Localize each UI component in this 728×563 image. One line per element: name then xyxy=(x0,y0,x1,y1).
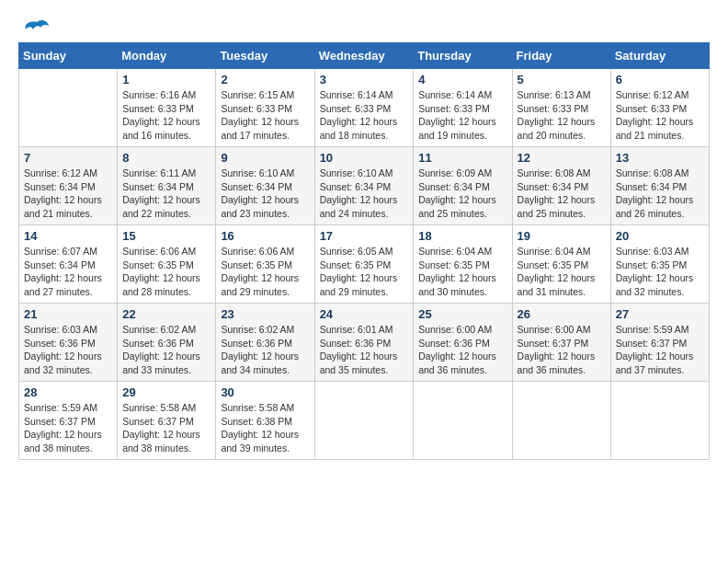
day-number: 21 xyxy=(24,307,112,321)
day-number: 6 xyxy=(616,73,704,86)
day-number: 18 xyxy=(418,229,506,243)
calendar-cell: 28Sunrise: 5:59 AMSunset: 6:37 PMDayligh… xyxy=(19,382,118,460)
calendar-cell: 10Sunrise: 6:10 AMSunset: 6:34 PMDayligh… xyxy=(314,147,414,225)
calendar-cell: 4Sunrise: 6:14 AMSunset: 6:33 PMDaylight… xyxy=(414,69,512,147)
weekday-header-monday: Monday xyxy=(118,43,216,69)
calendar-cell xyxy=(512,382,610,460)
calendar-cell: 26Sunrise: 6:00 AMSunset: 6:37 PMDayligh… xyxy=(512,304,610,382)
day-info: Sunrise: 6:14 AMSunset: 6:33 PMDaylight:… xyxy=(320,88,409,143)
weekday-header-sunday: Sunday xyxy=(19,43,118,69)
day-number: 22 xyxy=(122,307,210,321)
day-info: Sunrise: 6:08 AMSunset: 6:34 PMDaylight:… xyxy=(518,167,606,221)
calendar-cell xyxy=(314,382,414,460)
day-info: Sunrise: 5:58 AMSunset: 6:37 PMDaylight:… xyxy=(122,401,210,455)
day-number: 9 xyxy=(221,151,309,165)
day-info: Sunrise: 6:10 AMSunset: 6:34 PMDaylight:… xyxy=(221,167,309,221)
day-number: 30 xyxy=(221,385,309,399)
day-number: 20 xyxy=(616,229,704,243)
day-info: Sunrise: 6:15 AMSunset: 6:33 PMDaylight:… xyxy=(221,88,309,143)
day-number: 1 xyxy=(122,73,210,86)
calendar-cell: 17Sunrise: 6:05 AMSunset: 6:35 PMDayligh… xyxy=(314,225,414,304)
day-info: Sunrise: 6:09 AMSunset: 6:34 PMDaylight:… xyxy=(418,167,506,221)
day-number: 17 xyxy=(320,229,409,243)
logo xyxy=(18,18,50,35)
day-info: Sunrise: 5:59 AMSunset: 6:37 PMDaylight:… xyxy=(24,401,112,455)
weekday-header-wednesday: Wednesday xyxy=(314,43,414,69)
day-number: 14 xyxy=(24,229,112,243)
day-info: Sunrise: 6:12 AMSunset: 6:34 PMDaylight:… xyxy=(24,167,112,221)
day-number: 29 xyxy=(122,385,210,399)
day-info: Sunrise: 6:06 AMSunset: 6:35 PMDaylight:… xyxy=(221,245,309,299)
day-number: 3 xyxy=(320,73,409,86)
day-info: Sunrise: 6:07 AMSunset: 6:34 PMDaylight:… xyxy=(24,245,112,299)
day-info: Sunrise: 6:01 AMSunset: 6:36 PMDaylight:… xyxy=(320,323,409,377)
calendar-cell: 23Sunrise: 6:02 AMSunset: 6:36 PMDayligh… xyxy=(216,304,314,382)
day-info: Sunrise: 6:08 AMSunset: 6:34 PMDaylight:… xyxy=(616,167,704,221)
day-number: 26 xyxy=(518,307,606,321)
logo-bird-icon xyxy=(24,18,50,35)
calendar-cell: 16Sunrise: 6:06 AMSunset: 6:35 PMDayligh… xyxy=(216,225,314,304)
weekday-header-tuesday: Tuesday xyxy=(216,43,314,69)
calendar-cell: 20Sunrise: 6:03 AMSunset: 6:35 PMDayligh… xyxy=(610,225,709,304)
day-info: Sunrise: 5:58 AMSunset: 6:38 PMDaylight:… xyxy=(221,401,309,455)
weekday-header-saturday: Saturday xyxy=(610,43,709,69)
day-info: Sunrise: 6:05 AMSunset: 6:35 PMDaylight:… xyxy=(320,245,409,299)
day-info: Sunrise: 6:06 AMSunset: 6:35 PMDaylight:… xyxy=(122,245,210,299)
calendar-cell: 25Sunrise: 6:00 AMSunset: 6:36 PMDayligh… xyxy=(414,304,512,382)
weekday-header-friday: Friday xyxy=(512,43,610,69)
day-number: 5 xyxy=(518,73,606,86)
calendar-cell: 27Sunrise: 5:59 AMSunset: 6:37 PMDayligh… xyxy=(610,304,709,382)
calendar-cell: 6Sunrise: 6:12 AMSunset: 6:33 PMDaylight… xyxy=(610,69,709,147)
calendar-cell: 2Sunrise: 6:15 AMSunset: 6:33 PMDaylight… xyxy=(216,69,314,147)
calendar-cell: 22Sunrise: 6:02 AMSunset: 6:36 PMDayligh… xyxy=(118,304,216,382)
week-row-2: 7Sunrise: 6:12 AMSunset: 6:34 PMDaylight… xyxy=(19,147,710,225)
day-info: Sunrise: 6:13 AMSunset: 6:33 PMDaylight:… xyxy=(518,88,606,143)
calendar-cell: 30Sunrise: 5:58 AMSunset: 6:38 PMDayligh… xyxy=(216,382,314,460)
calendar-cell: 8Sunrise: 6:11 AMSunset: 6:34 PMDaylight… xyxy=(118,147,216,225)
calendar-cell xyxy=(610,382,709,460)
day-number: 19 xyxy=(518,229,606,243)
calendar-cell: 11Sunrise: 6:09 AMSunset: 6:34 PMDayligh… xyxy=(414,147,512,225)
weekday-header-thursday: Thursday xyxy=(414,43,512,69)
day-info: Sunrise: 6:04 AMSunset: 6:35 PMDaylight:… xyxy=(518,245,606,299)
calendar-table: SundayMondayTuesdayWednesdayThursdayFrid… xyxy=(18,42,710,460)
calendar-cell: 24Sunrise: 6:01 AMSunset: 6:36 PMDayligh… xyxy=(314,304,414,382)
day-number: 16 xyxy=(221,229,309,243)
day-info: Sunrise: 6:10 AMSunset: 6:34 PMDaylight:… xyxy=(320,167,409,221)
day-info: Sunrise: 6:00 AMSunset: 6:36 PMDaylight:… xyxy=(418,323,506,377)
day-number: 11 xyxy=(418,151,506,165)
day-number: 27 xyxy=(616,307,704,321)
day-info: Sunrise: 6:11 AMSunset: 6:34 PMDaylight:… xyxy=(122,167,210,221)
calendar-cell xyxy=(19,69,118,147)
day-number: 2 xyxy=(221,73,309,86)
day-info: Sunrise: 6:02 AMSunset: 6:36 PMDaylight:… xyxy=(122,323,210,377)
day-number: 24 xyxy=(320,307,409,321)
day-info: Sunrise: 6:04 AMSunset: 6:35 PMDaylight:… xyxy=(418,245,506,299)
day-number: 28 xyxy=(24,385,112,399)
calendar-cell xyxy=(414,382,512,460)
day-info: Sunrise: 6:03 AMSunset: 6:35 PMDaylight:… xyxy=(616,245,704,299)
day-number: 13 xyxy=(616,151,704,165)
day-number: 10 xyxy=(320,151,409,165)
day-number: 15 xyxy=(122,229,210,243)
day-number: 8 xyxy=(122,151,210,165)
day-info: Sunrise: 6:16 AMSunset: 6:33 PMDaylight:… xyxy=(122,88,210,143)
day-info: Sunrise: 5:59 AMSunset: 6:37 PMDaylight:… xyxy=(616,323,704,377)
day-number: 23 xyxy=(221,307,309,321)
calendar-cell: 21Sunrise: 6:03 AMSunset: 6:36 PMDayligh… xyxy=(19,304,118,382)
calendar-cell: 15Sunrise: 6:06 AMSunset: 6:35 PMDayligh… xyxy=(118,225,216,304)
day-number: 12 xyxy=(518,151,606,165)
day-number: 7 xyxy=(24,151,112,165)
week-row-5: 28Sunrise: 5:59 AMSunset: 6:37 PMDayligh… xyxy=(19,382,710,460)
calendar-cell: 3Sunrise: 6:14 AMSunset: 6:33 PMDaylight… xyxy=(314,69,414,147)
week-row-3: 14Sunrise: 6:07 AMSunset: 6:34 PMDayligh… xyxy=(19,225,710,304)
calendar-cell: 29Sunrise: 5:58 AMSunset: 6:37 PMDayligh… xyxy=(118,382,216,460)
day-number: 25 xyxy=(418,307,506,321)
calendar-cell: 14Sunrise: 6:07 AMSunset: 6:34 PMDayligh… xyxy=(19,225,118,304)
calendar-cell: 18Sunrise: 6:04 AMSunset: 6:35 PMDayligh… xyxy=(414,225,512,304)
day-info: Sunrise: 6:12 AMSunset: 6:33 PMDaylight:… xyxy=(616,88,704,143)
week-row-4: 21Sunrise: 6:03 AMSunset: 6:36 PMDayligh… xyxy=(19,304,710,382)
calendar-cell: 13Sunrise: 6:08 AMSunset: 6:34 PMDayligh… xyxy=(610,147,709,225)
week-row-1: 1Sunrise: 6:16 AMSunset: 6:33 PMDaylight… xyxy=(19,69,710,147)
header-row: SundayMondayTuesdayWednesdayThursdayFrid… xyxy=(19,43,710,69)
